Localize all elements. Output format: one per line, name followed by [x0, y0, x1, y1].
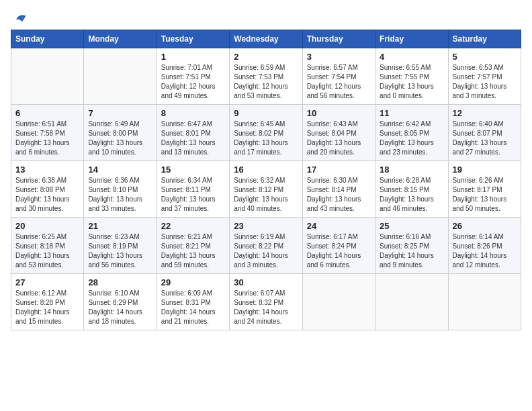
day-number: 14 [88, 165, 152, 175]
day-info: Sunrise: 6:42 AMSunset: 8:05 PMDaylight:… [380, 120, 443, 157]
column-header-saturday: Saturday [448, 30, 521, 48]
calendar-cell: 18Sunrise: 6:28 AMSunset: 8:15 PMDayligh… [375, 161, 448, 218]
day-info: Sunrise: 6:10 AMSunset: 8:29 PMDaylight:… [88, 289, 152, 326]
day-info: Sunrise: 6:25 AMSunset: 8:18 PMDaylight:… [15, 232, 79, 270]
calendar-cell: 20Sunrise: 6:25 AMSunset: 8:18 PMDayligh… [11, 218, 84, 274]
day-info: Sunrise: 6:38 AMSunset: 8:08 PMDaylight:… [15, 176, 79, 214]
calendar-cell: 21Sunrise: 6:23 AMSunset: 8:19 PMDayligh… [84, 218, 157, 274]
day-info: Sunrise: 6:34 AMSunset: 8:11 PMDaylight:… [161, 176, 225, 214]
day-info: Sunrise: 7:01 AMSunset: 7:51 PMDaylight:… [161, 63, 225, 101]
calendar-header-row: SundayMondayTuesdayWednesdayThursdayFrid… [11, 30, 521, 48]
day-info: Sunrise: 6:53 AMSunset: 7:57 PMDaylight:… [453, 63, 517, 101]
calendar-cell: 22Sunrise: 6:21 AMSunset: 8:21 PMDayligh… [157, 218, 229, 274]
day-info: Sunrise: 6:07 AMSunset: 8:32 PMDaylight:… [234, 289, 298, 326]
calendar-cell: 30Sunrise: 6:07 AMSunset: 8:32 PMDayligh… [230, 274, 302, 330]
day-info: Sunrise: 6:30 AMSunset: 8:14 PMDaylight:… [307, 176, 371, 214]
calendar-cell: 27Sunrise: 6:12 AMSunset: 8:28 PMDayligh… [11, 274, 84, 330]
day-number: 20 [15, 221, 79, 231]
calendar-cell: 14Sunrise: 6:36 AMSunset: 8:10 PMDayligh… [84, 161, 157, 218]
week-row-4: 20Sunrise: 6:25 AMSunset: 8:18 PMDayligh… [11, 218, 521, 274]
calendar-cell: 7Sunrise: 6:49 AMSunset: 8:00 PMDaylight… [84, 105, 157, 161]
calendar-cell: 24Sunrise: 6:17 AMSunset: 8:24 PMDayligh… [302, 218, 375, 274]
calendar-cell [302, 274, 375, 330]
day-number: 25 [380, 221, 443, 231]
week-row-3: 13Sunrise: 6:38 AMSunset: 8:08 PMDayligh… [11, 161, 521, 218]
day-number: 15 [161, 165, 225, 175]
calendar-cell: 8Sunrise: 6:47 AMSunset: 8:01 PMDaylight… [157, 105, 229, 161]
day-info: Sunrise: 6:32 AMSunset: 8:12 PMDaylight:… [234, 176, 298, 214]
day-info: Sunrise: 6:51 AMSunset: 7:58 PMDaylight:… [15, 120, 79, 157]
column-header-thursday: Thursday [302, 30, 375, 48]
day-number: 26 [453, 221, 517, 231]
day-info: Sunrise: 6:09 AMSunset: 8:31 PMDaylight:… [161, 289, 225, 326]
column-header-tuesday: Tuesday [157, 30, 229, 48]
column-header-friday: Friday [375, 30, 448, 48]
calendar-cell: 19Sunrise: 6:26 AMSunset: 8:17 PMDayligh… [448, 161, 521, 218]
calendar-cell: 28Sunrise: 6:10 AMSunset: 8:29 PMDayligh… [84, 274, 157, 330]
day-info: Sunrise: 6:36 AMSunset: 8:10 PMDaylight:… [88, 176, 152, 214]
day-info: Sunrise: 6:28 AMSunset: 8:15 PMDaylight:… [380, 176, 443, 214]
calendar-cell: 2Sunrise: 6:59 AMSunset: 7:53 PMDaylight… [230, 48, 302, 105]
calendar-cell: 5Sunrise: 6:53 AMSunset: 7:57 PMDaylight… [448, 48, 521, 105]
week-row-2: 6Sunrise: 6:51 AMSunset: 7:58 PMDaylight… [11, 105, 521, 161]
column-header-monday: Monday [84, 30, 157, 48]
day-info: Sunrise: 6:49 AMSunset: 8:00 PMDaylight:… [88, 120, 152, 157]
day-number: 17 [307, 165, 371, 175]
day-info: Sunrise: 6:21 AMSunset: 8:21 PMDaylight:… [161, 232, 225, 270]
logo-bird-icon [12, 11, 27, 26]
day-number: 21 [88, 221, 152, 231]
day-number: 22 [161, 221, 225, 231]
day-info: Sunrise: 6:55 AMSunset: 7:55 PMDaylight:… [380, 63, 443, 101]
day-info: Sunrise: 6:59 AMSunset: 7:53 PMDaylight:… [234, 63, 298, 101]
calendar-cell: 25Sunrise: 6:16 AMSunset: 8:25 PMDayligh… [375, 218, 448, 274]
calendar-table: SundayMondayTuesdayWednesdayThursdayFrid… [11, 30, 521, 330]
day-number: 27 [15, 277, 79, 287]
calendar-cell: 16Sunrise: 6:32 AMSunset: 8:12 PMDayligh… [230, 161, 302, 218]
calendar-cell: 11Sunrise: 6:42 AMSunset: 8:05 PMDayligh… [375, 105, 448, 161]
day-info: Sunrise: 6:14 AMSunset: 8:26 PMDaylight:… [453, 232, 517, 270]
day-info: Sunrise: 6:47 AMSunset: 8:01 PMDaylight:… [161, 120, 225, 157]
day-number: 10 [307, 108, 371, 118]
calendar-cell: 4Sunrise: 6:55 AMSunset: 7:55 PMDaylight… [375, 48, 448, 105]
day-number: 30 [234, 277, 298, 287]
day-number: 24 [307, 221, 371, 231]
calendar-cell: 12Sunrise: 6:40 AMSunset: 8:07 PMDayligh… [448, 105, 521, 161]
day-number: 8 [161, 108, 225, 118]
calendar-cell [11, 48, 84, 105]
day-info: Sunrise: 6:45 AMSunset: 8:02 PMDaylight:… [234, 120, 298, 157]
day-number: 16 [234, 165, 298, 175]
calendar-cell [375, 274, 448, 330]
calendar-cell: 17Sunrise: 6:30 AMSunset: 8:14 PMDayligh… [302, 161, 375, 218]
day-number: 3 [307, 52, 371, 62]
day-number: 7 [88, 108, 152, 118]
calendar-cell: 6Sunrise: 6:51 AMSunset: 7:58 PMDaylight… [11, 105, 84, 161]
calendar-cell: 1Sunrise: 7:01 AMSunset: 7:51 PMDaylight… [157, 48, 229, 105]
day-info: Sunrise: 6:12 AMSunset: 8:28 PMDaylight:… [15, 289, 79, 326]
logo [11, 11, 27, 23]
calendar-cell: 9Sunrise: 6:45 AMSunset: 8:02 PMDaylight… [230, 105, 302, 161]
day-number: 13 [15, 165, 79, 175]
day-number: 18 [380, 165, 443, 175]
calendar-cell: 26Sunrise: 6:14 AMSunset: 8:26 PMDayligh… [448, 218, 521, 274]
day-number: 19 [453, 165, 517, 175]
day-info: Sunrise: 6:16 AMSunset: 8:25 PMDaylight:… [380, 232, 443, 270]
day-info: Sunrise: 6:43 AMSunset: 8:04 PMDaylight:… [307, 120, 371, 157]
day-number: 23 [234, 221, 298, 231]
calendar-cell: 15Sunrise: 6:34 AMSunset: 8:11 PMDayligh… [157, 161, 229, 218]
column-header-wednesday: Wednesday [230, 30, 302, 48]
day-info: Sunrise: 6:26 AMSunset: 8:17 PMDaylight:… [453, 176, 517, 214]
page-header [11, 11, 521, 23]
day-number: 11 [380, 108, 443, 118]
day-number: 6 [15, 108, 79, 118]
day-info: Sunrise: 6:23 AMSunset: 8:19 PMDaylight:… [88, 232, 152, 270]
day-number: 12 [453, 108, 517, 118]
week-row-1: 1Sunrise: 7:01 AMSunset: 7:51 PMDaylight… [11, 48, 521, 105]
day-number: 5 [453, 52, 517, 62]
day-info: Sunrise: 6:19 AMSunset: 8:22 PMDaylight:… [234, 232, 298, 270]
day-number: 29 [161, 277, 225, 287]
day-info: Sunrise: 6:17 AMSunset: 8:24 PMDaylight:… [307, 232, 371, 270]
day-number: 4 [380, 52, 443, 62]
column-header-sunday: Sunday [11, 30, 84, 48]
week-row-5: 27Sunrise: 6:12 AMSunset: 8:28 PMDayligh… [11, 274, 521, 330]
calendar-cell: 29Sunrise: 6:09 AMSunset: 8:31 PMDayligh… [157, 274, 229, 330]
